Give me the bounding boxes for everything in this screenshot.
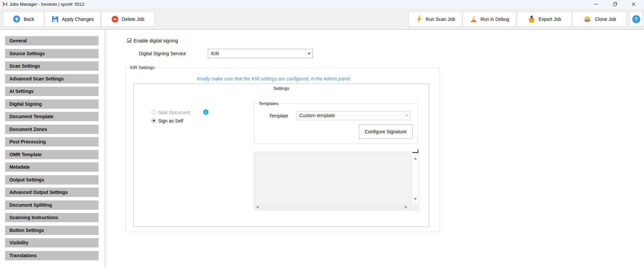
clone-layers-icon: [583, 15, 592, 23]
delete-job-button[interactable]: Delete Job: [101, 11, 154, 27]
clone-job-button[interactable]: Clone Job: [572, 11, 627, 27]
digital-signing-service-label: Digital Signing Service: [139, 51, 186, 56]
apply-changes-button[interactable]: Apply Changes: [45, 11, 101, 27]
dropdown-arrow-icon: [405, 115, 408, 116]
vertical-scrollbar[interactable]: [412, 154, 419, 204]
signature-preview-area: [254, 152, 419, 210]
enable-digital-signing-checkbox[interactable]: [127, 38, 131, 43]
sidebar-item-advanced-output-settings[interactable]: Advanced Output Settings: [5, 188, 99, 197]
help-icon: ?: [632, 15, 640, 23]
sidebar-item-metadata[interactable]: Metadata: [5, 162, 99, 172]
sidebar-item-document-splitting[interactable]: Document Splitting: [5, 200, 99, 210]
toolbar: Back Apply Changes Delete Job Run Scan J…: [0, 8, 644, 30]
sidebar-item-ai-settings[interactable]: AI Settings: [5, 87, 99, 96]
seal-document-radio[interactable]: [152, 110, 156, 114]
jobs-manager-window: Jobs Manager - Invoices | sysref: 5512 B…: [0, 0, 644, 268]
template-dropdown[interactable]: Custom template: [296, 111, 410, 120]
app-logo-icon: [2, 1, 8, 7]
scroll-up-icon[interactable]: [414, 157, 417, 160]
run-in-debug-button[interactable]: Run in Debug: [463, 11, 516, 27]
save-icon: [51, 15, 59, 23]
help-button[interactable]: ?: [630, 11, 643, 27]
dropdown-arrow-icon: [305, 49, 312, 58]
seal-document-label: Seal Document: [158, 110, 190, 115]
sidebar-item-visibility[interactable]: Visibility: [5, 238, 99, 247]
lightning-icon: [416, 15, 423, 23]
window-title: Jobs Manager - Invoices | sysref: 5512: [9, 0, 84, 8]
sidebar-item-general[interactable]: General: [5, 36, 99, 45]
sidebar-item-digital-signing[interactable]: Digital Signing: [5, 99, 99, 109]
run-scan-job-button[interactable]: Run Scan Job: [409, 11, 462, 27]
sidebar-item-source-settings[interactable]: Source Settings: [5, 49, 99, 58]
minimize-button[interactable]: [591, 0, 601, 8]
settings-panel-title: Settings: [134, 86, 429, 91]
sidebar-item-document-zones[interactable]: Document Zones: [5, 125, 99, 134]
enable-digital-signing-label: Enable digital signing: [134, 38, 178, 43]
sidebar-item-scanning-instructions[interactable]: Scanning Instructions: [5, 213, 99, 222]
scroll-right-icon[interactable]: [405, 205, 407, 209]
sign-as-self-label: Sign as Self: [158, 118, 183, 124]
restore-button[interactable]: [610, 0, 620, 8]
export-box-icon: [528, 15, 536, 23]
sidebar-item-post-processing[interactable]: Post Processing: [5, 137, 99, 146]
sidebar-separator: [105, 30, 105, 268]
sidebar-item-advanced-scan-settings[interactable]: Advanced Scan Settings: [5, 74, 99, 83]
sidebar-item-omr-template[interactable]: OMR Template: [5, 150, 99, 159]
sidebar-item-button-settings[interactable]: Button Settings: [5, 226, 99, 235]
template-label: Template: [269, 113, 288, 119]
debug-cone-icon: [470, 15, 478, 23]
horizontal-scrollbar[interactable]: [254, 204, 411, 210]
close-button[interactable]: [629, 0, 639, 8]
export-job-button[interactable]: Export Job: [517, 11, 572, 27]
scroll-down-icon[interactable]: [414, 198, 417, 200]
back-button[interactable]: Back: [3, 11, 44, 27]
sidebar-item-translations[interactable]: Translations: [5, 251, 99, 260]
digital-signing-service-dropdown[interactable]: KIR: [208, 49, 313, 58]
scroll-left-icon[interactable]: [256, 205, 259, 209]
resize-grip-icon[interactable]: [418, 149, 418, 153]
sidebar-item-document-template[interactable]: Document Template: [5, 112, 99, 121]
admin-panel-note: Kindly make sure that the KIR settings a…: [125, 76, 423, 81]
delete-icon: [111, 15, 119, 23]
templates-group-title: Templates: [257, 101, 280, 106]
kir-settings-group-title: KIR Settings: [129, 65, 156, 70]
back-arrow-icon: [13, 15, 21, 23]
sidebar-item-scan-settings[interactable]: Scan Settings: [5, 61, 99, 71]
info-icon[interactable]: i: [203, 109, 209, 115]
configure-signature-button[interactable]: Configure Signature: [359, 125, 413, 139]
titlebar: Jobs Manager - Invoices | sysref: 5512: [0, 0, 644, 8]
sidebar-item-output-settings[interactable]: Output Settings: [5, 175, 99, 185]
sign-as-self-radio[interactable]: [152, 119, 156, 123]
